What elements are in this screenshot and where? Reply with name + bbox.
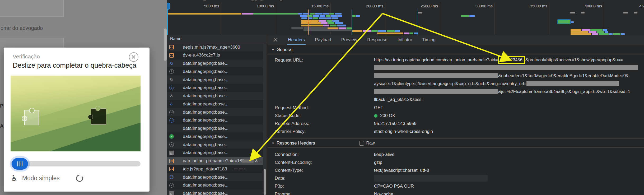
check-green-icon bbox=[169, 134, 174, 139]
waterfall-bar bbox=[623, 12, 628, 13]
waterfall-bar bbox=[335, 22, 343, 24]
network-request-row[interactable]: data:image/png;base... bbox=[167, 92, 264, 100]
timeline-tick-label: 45000 ms bbox=[639, 4, 644, 8]
waterfall-bar bbox=[320, 15, 325, 17]
network-request-row[interactable]: data:image/png;base... bbox=[167, 84, 264, 92]
request-name: data:image/png;base... bbox=[183, 175, 228, 180]
puzzle-piece-draggable[interactable] bbox=[24, 110, 39, 125]
redacted-url-segment bbox=[526, 81, 619, 86]
waterfall-bar bbox=[469, 15, 475, 17]
captcha-slider-handle[interactable] bbox=[12, 158, 28, 170]
script-icon bbox=[169, 159, 174, 163]
timeline-tick-label: 10000 ms bbox=[256, 4, 276, 8]
advogado-field-label: ome do advogado bbox=[1, 25, 43, 31]
waterfall-bar bbox=[332, 20, 339, 22]
waterfall-bar bbox=[298, 13, 302, 15]
network-request-row[interactable]: data:image/png;base... bbox=[167, 173, 264, 181]
waterfall-bar bbox=[597, 31, 604, 33]
refresh-blue-icon bbox=[169, 61, 174, 66]
close-details-icon[interactable] bbox=[273, 38, 278, 42]
waterfall-bar bbox=[330, 25, 337, 26]
tab-initiator[interactable]: Initiator bbox=[396, 35, 413, 45]
url-text: ayscale=1&clientype=2&userLanguage=pt&ca… bbox=[374, 81, 526, 86]
network-request-row[interactable]: data:image/png;base... bbox=[167, 67, 264, 76]
network-request-row[interactable]: data:image/png;base... bbox=[167, 189, 264, 195]
puzzle-image bbox=[11, 76, 141, 151]
waterfall-bar bbox=[319, 20, 326, 22]
timeline-gridline bbox=[221, 3, 221, 35]
network-request-row[interactable]: data:image/png;base... bbox=[167, 149, 264, 157]
captcha-slider-track[interactable] bbox=[11, 161, 141, 166]
disclosure-triangle-icon: ▼ bbox=[272, 142, 274, 145]
waterfall-bar bbox=[571, 29, 581, 31]
waterfall-bar bbox=[404, 32, 409, 34]
redacted-url-segment bbox=[374, 65, 638, 70]
waterfall-bar bbox=[581, 12, 585, 13]
network-request-row[interactable]: dy-ele.436cc2c7.js bbox=[167, 51, 264, 59]
network-request-row[interactable]: data:image/png;base... bbox=[167, 116, 264, 124]
request-name: tdc.js?app_data=7183 bbox=[183, 166, 227, 172]
tab-preview[interactable]: Preview bbox=[340, 35, 358, 45]
smiley-blue-icon bbox=[169, 175, 174, 179]
close-icon[interactable] bbox=[129, 52, 138, 62]
network-request-row[interactable]: tdc.js?app_data=7183 bbox=[167, 165, 264, 173]
timeline-gridline bbox=[494, 3, 495, 35]
request-name: data:image/png;base... bbox=[183, 118, 228, 123]
access-gray-icon bbox=[169, 94, 174, 98]
tab-timing[interactable]: Timing bbox=[421, 35, 436, 45]
waterfall-bar bbox=[301, 17, 307, 19]
redacted-url-segment bbox=[374, 89, 498, 94]
network-request-row[interactable]: data:image/png;base... bbox=[167, 76, 264, 84]
page-scrollbar-thumb[interactable] bbox=[164, 29, 167, 61]
accessibility-icon[interactable]: ♿ bbox=[11, 174, 18, 182]
waterfall-bar bbox=[337, 25, 346, 26]
url-text: llback=_aq_66912&sess= bbox=[374, 97, 424, 102]
swap-gray-icon bbox=[169, 110, 174, 114]
details-tab-bar: HeadersPayloadPreviewResponseInitiatorTi… bbox=[267, 35, 644, 45]
waterfall-bar bbox=[313, 15, 319, 17]
general-section-title: General bbox=[277, 47, 292, 52]
header-value: No-cache bbox=[374, 192, 393, 195]
tab-response[interactable]: Response bbox=[366, 35, 389, 45]
request-details-panel: HeadersPayloadPreviewResponseInitiatorTi… bbox=[267, 35, 644, 195]
raw-checkbox[interactable] bbox=[359, 141, 364, 146]
waterfall-bar bbox=[371, 30, 378, 32]
waterfall-bar bbox=[603, 29, 607, 31]
refresh-captcha-icon[interactable] bbox=[74, 173, 85, 183]
tab-headers[interactable]: Headers bbox=[287, 35, 306, 45]
network-request-row[interactable]: data:image/png;base... bbox=[167, 141, 264, 149]
network-request-row[interactable]: cap_union_prehandle?aid=189&... bbox=[167, 157, 264, 165]
request-name: data:image/png;base... bbox=[183, 126, 228, 131]
url-text: https://ca.turing.captcha.qcloud.com/cap… bbox=[374, 57, 498, 62]
waterfall-bar bbox=[328, 22, 334, 24]
general-section-header[interactable]: ▼ General bbox=[267, 45, 644, 54]
waterfall-bar bbox=[363, 30, 371, 32]
name-column-header[interactable]: Name bbox=[167, 35, 267, 43]
waterfall-bar bbox=[356, 15, 360, 17]
request-size: &... bbox=[255, 159, 262, 163]
network-request-row[interactable]: data:image/png;base... bbox=[167, 108, 264, 116]
network-request-row[interactable]: data:image/png;base... bbox=[167, 59, 264, 68]
response-headers-section-header[interactable]: ▼ Response Headers Raw bbox=[267, 138, 644, 148]
header-name: Referrer Policy: bbox=[275, 129, 306, 134]
form-input-top[interactable] bbox=[0, 0, 64, 17]
waterfall-bar bbox=[301, 25, 323, 26]
request-url-label: Request URL: bbox=[275, 58, 303, 63]
waterfall-bar bbox=[313, 17, 318, 19]
network-request-row[interactable]: data:image/png;base... bbox=[167, 100, 264, 108]
network-request-row[interactable]: data:image/png;base... bbox=[167, 132, 264, 141]
simple-mode-link[interactable]: Modo simples bbox=[22, 175, 60, 182]
header-name: P3p: bbox=[275, 184, 284, 189]
response-headers-section-title: Response Headers bbox=[277, 141, 315, 146]
network-request-row[interactable]: data:image/png;base... bbox=[167, 124, 264, 133]
list-scrollbar-thumb[interactable] bbox=[264, 169, 266, 195]
waterfall-bar bbox=[337, 15, 342, 17]
network-waterfall-overview[interactable]: 5000 ms10000 ms15000 ms20000 ms25000 ms3… bbox=[167, 0, 644, 35]
network-request-row[interactable]: aegis.min.js?max_age=3600 bbox=[167, 43, 264, 51]
header-row: Connection:keep-alive bbox=[267, 151, 644, 159]
overview-drag-handle[interactable] bbox=[167, 3, 170, 10]
url-text: &js=%2Ftcaptcha-frame.a3b4aa9f.js&login_… bbox=[498, 89, 630, 94]
network-request-row[interactable]: data:image/png;base... bbox=[167, 181, 264, 189]
tab-payload[interactable]: Payload bbox=[314, 35, 332, 45]
waterfall-bar bbox=[326, 20, 332, 22]
